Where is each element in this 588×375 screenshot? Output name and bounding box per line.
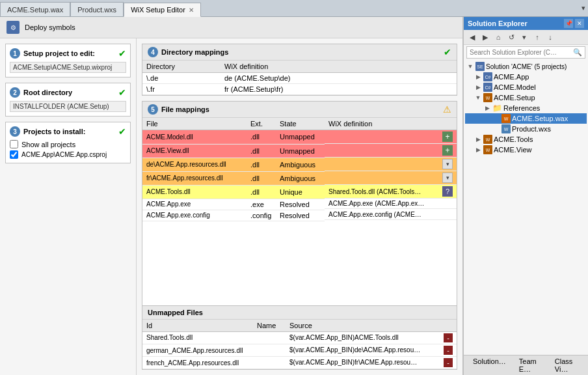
wix-cell: fr (ACME.Setup\fr): [220, 84, 457, 95]
ext-cell: .dll: [247, 158, 276, 171]
tab-close-icon[interactable]: ✕: [189, 7, 194, 14]
se-search-icon: 🔍: [573, 48, 582, 57]
unmapped-source-header: Source: [286, 320, 457, 332]
file-table-wrap: File Ext. State WiX definition ACME.Mode…: [142, 118, 457, 305]
expand-icon[interactable]: ▶: [483, 104, 491, 112]
table-row: ACME.App.exe.config .config Resolved ACM…: [142, 210, 457, 221]
se-down-button[interactable]: ↓: [544, 31, 556, 43]
add-mapping-button[interactable]: +: [442, 145, 453, 156]
remove-button[interactable]: -: [444, 333, 453, 342]
se-up-button[interactable]: ↑: [531, 31, 543, 43]
unmapped-id-cell: german_ACME.App.resources.dll: [142, 344, 253, 357]
ext-cell: .dll: [247, 171, 276, 185]
dir-section-header: 4 Directory mappings ✔: [142, 44, 457, 61]
tree-item-acme-model[interactable]: ▶ C# ACME.Model: [465, 82, 587, 92]
step1-badge: 1: [10, 48, 20, 59]
project-checkbox[interactable]: [10, 150, 18, 159]
expand-icon[interactable]: ▶: [474, 73, 482, 81]
table-row: ACME.App.exe .exe Resolved ACME.App.exe …: [142, 199, 457, 210]
tree-item-acme-tools[interactable]: ▶ W ACME.Tools: [465, 134, 587, 145]
folder-icon: 📁: [492, 104, 502, 113]
team-tab[interactable]: Team E…: [513, 355, 548, 375]
step1-label: Setup project to edit:: [23, 49, 115, 57]
se-search-bar[interactable]: 🔍: [466, 46, 585, 59]
expand-icon[interactable]: ▶: [474, 83, 482, 91]
expand-icon[interactable]: ▶: [474, 135, 482, 143]
list-item: Shared.Tools.dll $(var.ACME.App_BIN)ACME…: [142, 331, 457, 344]
wix-col-header: WiX definition: [220, 61, 457, 73]
se-search-input[interactable]: [470, 49, 572, 56]
se-dropdown-button[interactable]: ▾: [518, 31, 530, 43]
deploy-header: ⚙ Deploy symbols: [0, 17, 462, 38]
help-button[interactable]: ?: [442, 186, 453, 197]
unmapped-header: Unmapped Files: [142, 306, 457, 320]
se-close-button[interactable]: ✕: [575, 19, 584, 28]
tree-item-acme-setup-wax[interactable]: ▶ W ACME.Setup.wax: [465, 113, 587, 124]
step2-value[interactable]: INSTALLFOLDER (ACME.Setup): [10, 101, 126, 112]
dropdown-button[interactable]: ▾: [442, 173, 453, 183]
wizard-right: 4 Directory mappings ✔ Directory WiX def…: [137, 38, 462, 375]
show-all-checkbox[interactable]: [10, 140, 18, 148]
tab-bar: ACME.Setup.wax Product.wxs WiX Setup Edi…: [0, 0, 588, 17]
bottom-tabs: Solution… Team E… Class Vi…: [464, 355, 588, 375]
product-wxs-label: Product.wxs: [512, 125, 551, 133]
ext-cell: .dll: [247, 185, 276, 199]
solution-icon: SE: [475, 62, 485, 71]
solution-tab[interactable]: Solution…: [466, 355, 513, 375]
wixdef-col-header: WiX definition: [325, 118, 457, 130]
tree-item-product-wxs[interactable]: ▶ W Product.wxs: [465, 124, 587, 134]
wixdef-cell: ACME.App.exe (ACME.App.ex…: [325, 199, 457, 209]
table-row: ACME.Tools.dll .dll Unique Shared.Tools.…: [142, 185, 457, 199]
se-toolbar: ◀ ▶ ⌂ ↺ ▾ ↑ ↓: [464, 30, 588, 45]
unmapped-source-cell: $(var.ACME.App_BIN)ACME.Tools.dll -: [286, 332, 457, 344]
wax-file-icon: W: [501, 114, 511, 123]
file-cell: ACME.Tools.dll: [142, 185, 247, 199]
tree-item-references[interactable]: ▶ 📁 References: [465, 103, 587, 113]
wixdef-cell: +: [325, 130, 457, 144]
wizard-left: 1 Setup project to edit: ✔ ACME.Setup\AC…: [0, 38, 137, 375]
wix-cell: de (ACME.Setup\de): [220, 73, 457, 84]
se-forward-button[interactable]: ▶: [479, 31, 491, 43]
right-panel: Solution Explorer 📌 ✕ ◀ ▶ ⌂ ↺ ▾ ↑ ↓ 🔍 ▼ …: [463, 17, 588, 375]
class-view-tab[interactable]: Class Vi…: [548, 355, 585, 375]
expand-icon[interactable]: ▶: [474, 146, 482, 154]
deploy-title: Deploy symbols: [25, 23, 75, 31]
step3-label: Projects to install:: [23, 128, 115, 135]
step4-badge: 4: [148, 47, 158, 57]
acme-setup-label: ACME.Setup: [494, 94, 535, 102]
project-icon: W: [483, 135, 492, 144]
tree-item-acme-setup[interactable]: ▼ W ACME.Setup: [465, 92, 587, 103]
expand-icon[interactable]: ▼: [474, 94, 482, 102]
tree-item-solution[interactable]: ▼ SE Solution 'ACME' (5 projects): [465, 61, 587, 72]
file-table: File Ext. State WiX definition ACME.Mode…: [142, 118, 457, 221]
se-refresh-button[interactable]: ↺: [505, 31, 517, 43]
add-mapping-button[interactable]: +: [442, 132, 453, 142]
file-cell: ACME.App.exe: [142, 199, 247, 210]
se-pin-button[interactable]: 📌: [564, 19, 573, 28]
dropdown-button[interactable]: ▾: [442, 159, 453, 169]
ext-cell: .dll: [247, 144, 276, 158]
step1-value[interactable]: ACME.Setup\ACME.Setup.wixproj: [10, 62, 126, 73]
table-row: ACME.Model.dll .dll Unmapped +: [142, 130, 457, 145]
tree-item-acme-app[interactable]: ▶ C# ACME.App: [465, 72, 587, 82]
file-cell: ACME.View.dll: [142, 144, 247, 158]
dir-mappings-section: 4 Directory mappings ✔ Directory WiX def…: [142, 44, 457, 96]
list-item: french_ACME.App.resources.dll $(var.ACME…: [142, 357, 457, 369]
tree-item-acme-view[interactable]: ▶ W ACME.View: [465, 145, 587, 155]
file-section-header: 5 File mappings ⚠: [142, 102, 457, 118]
state-cell: Unmapped: [276, 144, 325, 158]
expand-icon[interactable]: ▼: [466, 62, 474, 70]
state-cell: Unique: [276, 185, 325, 199]
remove-button[interactable]: -: [444, 346, 453, 355]
project-icon: W: [483, 93, 492, 102]
se-back-button[interactable]: ◀: [466, 31, 478, 43]
tab-product-wxs[interactable]: Product.wxs: [70, 2, 124, 16]
tab-overflow-button[interactable]: ▾: [579, 4, 588, 12]
tab-wix-setup-editor[interactable]: WiX Setup Editor ✕: [124, 3, 201, 17]
main-layout: ⚙ Deploy symbols 1 Setup project to edit…: [0, 17, 588, 375]
tab-acme-setup-wax[interactable]: ACME.Setup.wax: [0, 2, 70, 16]
remove-button[interactable]: -: [444, 358, 453, 367]
unmapped-section: Unmapped Files Id Name Source Share: [142, 305, 457, 370]
se-home-button[interactable]: ⌂: [492, 31, 504, 43]
ext-cell: .exe: [247, 199, 276, 210]
